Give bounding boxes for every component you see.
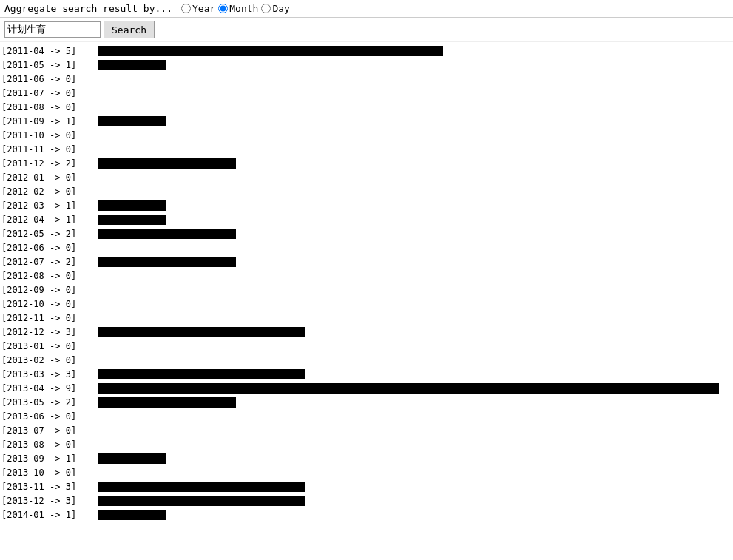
bar-row: [2012-09 -> 0] [0,283,733,297]
bar-row: [2013-01 -> 0] [0,339,733,353]
day-option[interactable]: Day [261,3,289,14]
bar-label: [2013-01 -> 0] [1,341,98,351]
bar-label: [2013-03 -> 3] [1,369,98,379]
bar-label: [2014-01 -> 1] [1,510,98,520]
bar-label: [2013-04 -> 9] [1,383,98,394]
bar-row: [2012-04 -> 1] [0,212,733,226]
bar-label: [2013-06 -> 0] [1,411,98,422]
bar-fill [98,383,719,394]
bar-fill [98,60,166,70]
bar-row: [2012-12 -> 3] [0,325,733,339]
search-button[interactable]: Search [104,21,155,38]
bar-row: [2013-03 -> 3] [0,367,733,381]
bar-label: [2011-08 -> 0] [1,102,98,112]
bar-label: [2011-12 -> 2] [1,158,98,169]
bar-row: [2012-01 -> 0] [0,170,733,184]
bar-row: [2011-06 -> 0] [0,72,733,86]
bar-fill [98,453,166,464]
bar-row: [2011-12 -> 2] [0,156,733,170]
bar-label: [2011-10 -> 0] [1,130,98,141]
bar-label: [2012-11 -> 0] [1,313,98,323]
search-input[interactable] [4,21,101,38]
bar-label: [2013-02 -> 0] [1,355,98,365]
bar-label: [2012-12 -> 3] [1,327,98,337]
bar-label: [2012-09 -> 0] [1,285,98,295]
bar-fill [98,397,236,408]
bar-label: [2012-04 -> 1] [1,215,98,225]
bar-fill [98,257,236,267]
bar-fill [98,200,166,211]
bar-row: [2011-09 -> 1] [0,114,733,128]
bar-row: [2013-08 -> 0] [0,437,733,451]
year-label: Year [192,3,215,14]
bar-label: [2012-06 -> 0] [1,243,98,253]
bar-row: [2011-07 -> 0] [0,86,733,100]
bar-row: [2011-11 -> 0] [0,142,733,156]
bar-label: [2013-07 -> 0] [1,425,98,436]
bar-row: [2012-02 -> 0] [0,184,733,198]
bar-row: [2013-05 -> 2] [0,395,733,409]
bar-fill [98,46,443,56]
bar-row: [2012-07 -> 2] [0,254,733,269]
bar-label: [2013-10 -> 0] [1,468,98,478]
bar-row: [2011-05 -> 1] [0,58,733,72]
bar-row: [2013-07 -> 0] [0,423,733,437]
bar-label: [2013-11 -> 3] [1,482,98,492]
bar-row: [2012-08 -> 0] [0,269,733,283]
bar-label: [2012-02 -> 0] [1,186,98,197]
bar-label: [2011-07 -> 0] [1,88,98,98]
header-title: Aggregate search result by... [4,3,172,14]
bar-label: [2011-06 -> 0] [1,74,98,84]
bar-fill [98,158,236,169]
search-row: Search [0,18,733,42]
bar-row: [2012-06 -> 0] [0,240,733,254]
bar-row: [2013-04 -> 9] [0,381,733,395]
bar-row: [2012-05 -> 2] [0,226,733,240]
bar-row: [2011-04 -> 5] [0,44,733,58]
year-radio[interactable] [181,4,191,13]
bar-row: [2012-11 -> 0] [0,311,733,325]
bar-label: [2012-03 -> 1] [1,200,98,211]
bar-row: [2012-10 -> 0] [0,297,733,311]
bar-row: [2013-02 -> 0] [0,353,733,367]
results-list: [2011-04 -> 5][2011-05 -> 1][2011-06 -> … [0,42,733,523]
bar-row: [2013-11 -> 3] [0,479,733,493]
bar-fill [98,496,305,506]
bar-row: [2014-01 -> 1] [0,507,733,522]
year-option[interactable]: Year [181,3,215,14]
month-radio[interactable] [218,4,228,13]
bar-row: [2013-10 -> 0] [0,465,733,479]
bar-label: [2012-10 -> 0] [1,299,98,309]
month-option[interactable]: Month [218,3,258,14]
bar-row: [2012-03 -> 1] [0,198,733,212]
bar-fill [98,482,305,492]
bar-fill [98,369,305,379]
bar-row: [2011-10 -> 0] [0,128,733,142]
bar-label: [2013-05 -> 2] [1,397,98,408]
bar-fill [98,215,166,225]
bar-row: [2013-09 -> 1] [0,451,733,465]
bar-row: [2011-08 -> 0] [0,100,733,114]
day-radio[interactable] [261,4,271,13]
header-bar: Aggregate search result by... Year Month… [0,0,733,18]
bar-label: [2011-11 -> 0] [1,144,98,155]
bar-label: [2012-07 -> 2] [1,257,98,267]
bar-row: [2013-12 -> 3] [0,493,733,507]
bar-row: [2013-06 -> 0] [0,409,733,423]
day-label: Day [272,3,289,14]
aggregate-options: Year Month Day [181,3,290,14]
bar-label: [2011-04 -> 5] [1,46,98,56]
bar-label: [2011-09 -> 1] [1,116,98,126]
bar-label: [2012-08 -> 0] [1,271,98,281]
bar-fill [98,116,166,126]
bar-fill [98,327,305,337]
bar-label: [2013-12 -> 3] [1,496,98,506]
bar-label: [2013-08 -> 0] [1,439,98,450]
bar-fill [98,510,166,520]
bar-label: [2012-01 -> 0] [1,172,98,183]
month-label: Month [229,3,258,14]
bar-label: [2012-05 -> 2] [1,229,98,239]
bar-label: [2013-09 -> 1] [1,453,98,464]
bar-label: [2011-05 -> 1] [1,60,98,70]
bar-fill [98,229,236,239]
